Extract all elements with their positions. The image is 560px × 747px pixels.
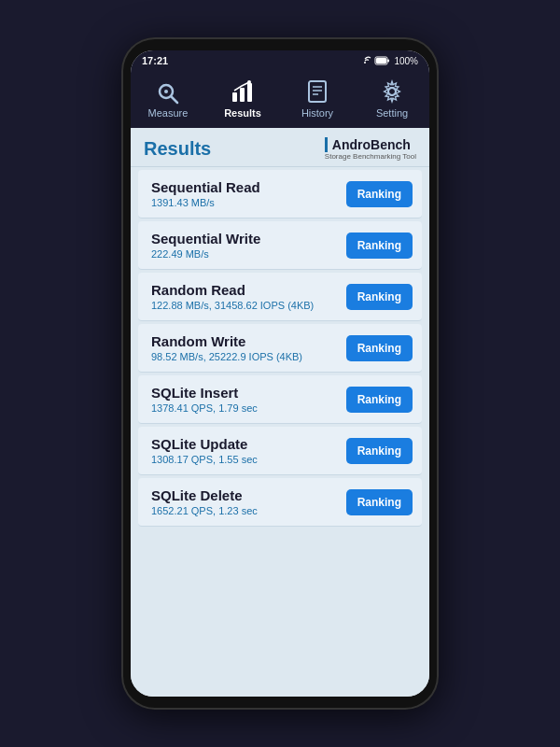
results-icon: [228, 78, 258, 105]
svg-rect-3: [387, 60, 389, 63]
ranking-button-4[interactable]: Ranking: [346, 387, 413, 413]
svg-point-0: [364, 62, 366, 63]
table-row: SQLite Delete 1652.21 QPS, 1.23 sec Rank…: [138, 478, 422, 527]
table-row: Random Read 122.88 MB/s, 31458.62 IOPS (…: [138, 273, 422, 321]
status-time: 17:21: [142, 55, 168, 66]
svg-rect-9: [247, 83, 252, 102]
svg-rect-2: [376, 58, 386, 63]
ranking-button-0[interactable]: Ranking: [346, 181, 413, 207]
tab-results-label: Results: [224, 107, 261, 119]
ranking-button-3[interactable]: Ranking: [346, 335, 413, 361]
bench-name-5: SQLite Update: [151, 436, 339, 452]
bench-name-6: SQLite Delete: [151, 487, 339, 503]
status-bar: 17:21 100%: [131, 50, 429, 71]
tab-history[interactable]: History: [280, 77, 355, 120]
bench-value-0: 1391.43 MB/s: [151, 197, 339, 208]
tab-results[interactable]: Results: [205, 77, 280, 120]
svg-point-10: [247, 80, 251, 84]
bench-value-2: 122.88 MB/s, 31458.62 IOPS (4KB): [151, 300, 339, 311]
content-area: Results AndroBench Storage Benchmarking …: [131, 128, 429, 697]
bench-value-1: 222.49 MB/s: [151, 248, 339, 260]
tab-measure[interactable]: Measure: [131, 77, 205, 120]
bench-name-3: Random Write: [151, 333, 339, 349]
svg-rect-7: [232, 92, 237, 102]
svg-point-16: [388, 88, 396, 95]
status-right: 100%: [358, 56, 418, 66]
bench-info-5: SQLite Update 1308.17 QPS, 1.55 sec: [151, 436, 339, 465]
androbench-sub: Storage Benchmarking Tool: [325, 152, 416, 161]
svg-line-5: [172, 97, 178, 104]
phone-frame: 17:21 100%: [121, 37, 439, 710]
benchmark-list: Sequential Read 1391.43 MB/s Ranking Seq…: [131, 170, 429, 527]
history-icon: [302, 78, 332, 105]
bench-name-4: SQLite Insert: [151, 385, 339, 401]
tab-bar: Measure Results: [131, 71, 429, 128]
bench-value-3: 98.52 MB/s, 25222.9 IOPS (4KB): [151, 351, 339, 362]
bench-name-2: Random Read: [151, 282, 339, 298]
svg-rect-11: [309, 81, 326, 102]
bench-info-0: Sequential Read 1391.43 MB/s: [151, 179, 339, 208]
ranking-button-1[interactable]: Ranking: [346, 233, 413, 259]
bench-info-2: Random Read 122.88 MB/s, 31458.62 IOPS (…: [151, 282, 339, 311]
bench-info-6: SQLite Delete 1652.21 QPS, 1.23 sec: [151, 487, 339, 516]
bench-info-3: Random Write 98.52 MB/s, 25222.9 IOPS (4…: [151, 333, 339, 362]
svg-point-6: [164, 90, 168, 93]
tab-measure-label: Measure: [148, 107, 189, 119]
bench-value-4: 1378.41 QPS, 1.79 sec: [151, 402, 339, 414]
androbench-brand: AndroBench Storage Benchmarking Tool: [325, 137, 416, 161]
bench-value-6: 1652.21 QPS, 1.23 sec: [151, 505, 339, 516]
svg-rect-8: [240, 88, 245, 102]
ranking-button-6[interactable]: Ranking: [346, 489, 413, 515]
tab-setting-label: Setting: [376, 107, 408, 119]
wifi-icon: [358, 56, 371, 65]
results-title: Results: [144, 138, 211, 160]
bench-value-5: 1308.17 QPS, 1.55 sec: [151, 454, 339, 465]
androbench-name: AndroBench: [325, 137, 416, 152]
brand-bar: [325, 137, 328, 152]
bench-name-0: Sequential Read: [151, 179, 339, 195]
table-row: SQLite Update 1308.17 QPS, 1.55 sec Rank…: [138, 427, 422, 475]
measure-icon: [153, 78, 183, 105]
battery-icon: [375, 56, 390, 65]
tab-history-label: History: [301, 107, 333, 119]
table-row: Random Write 98.52 MB/s, 25222.9 IOPS (4…: [138, 324, 422, 373]
table-row: Sequential Read 1391.43 MB/s Ranking: [138, 170, 422, 218]
bench-info-1: Sequential Write 222.49 MB/s: [151, 231, 339, 260]
table-row: Sequential Write 222.49 MB/s Ranking: [138, 221, 422, 270]
battery-pct: 100%: [394, 56, 418, 66]
tab-setting[interactable]: Setting: [355, 77, 429, 120]
bench-name-1: Sequential Write: [151, 231, 339, 247]
bench-info-4: SQLite Insert 1378.41 QPS, 1.79 sec: [151, 385, 339, 414]
setting-icon: [377, 78, 407, 105]
table-row: SQLite Insert 1378.41 QPS, 1.79 sec Rank…: [138, 375, 422, 424]
ranking-button-2[interactable]: Ranking: [346, 284, 413, 310]
phone-screen: 17:21 100%: [131, 50, 429, 697]
ranking-button-5[interactable]: Ranking: [346, 438, 413, 464]
results-header: Results AndroBench Storage Benchmarking …: [131, 128, 429, 167]
